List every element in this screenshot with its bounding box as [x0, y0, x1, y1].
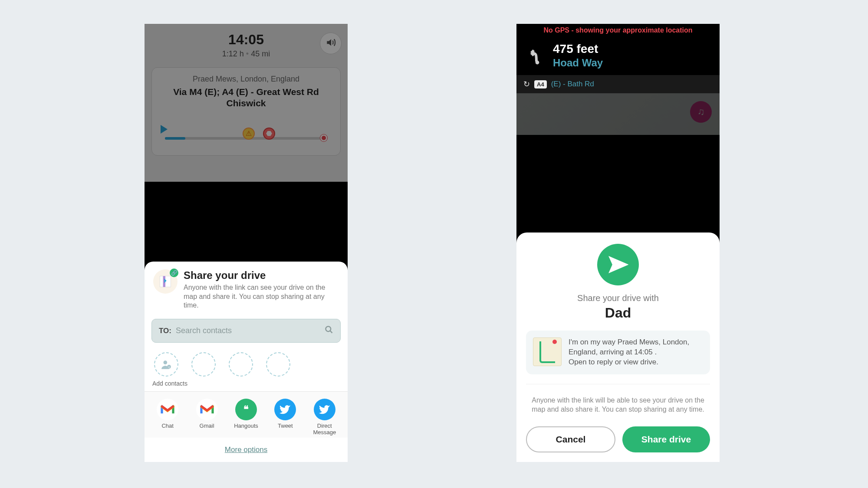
share-drive-icon: 🔗: [153, 269, 178, 294]
share-confirm-card: Share your drive with Dad I'm on my way …: [516, 233, 720, 462]
road-badge: A4: [534, 80, 547, 88]
nav-header: 14:05 1:12 h • 45 mi: [145, 24, 348, 59]
start-marker-icon: [161, 125, 168, 134]
next-turn-road: Hoad Way: [553, 57, 603, 69]
link-badge-icon: 🔗: [170, 269, 178, 277]
search-to-label: TO:: [159, 327, 171, 335]
share-app-chat[interactable]: Chat: [150, 399, 185, 436]
share-with-label: Share your drive with: [526, 293, 710, 303]
destination-address: Praed Mews, London, England: [161, 75, 332, 84]
contact-slots-row: +: [145, 348, 348, 379]
share-apps-row: Chat Gmail ❝ Hangouts Tweet: [145, 391, 348, 438]
svg-point-12: [536, 61, 539, 65]
share-app-label: Hangouts: [229, 423, 263, 429]
share-app-gmail[interactable]: Gmail: [190, 399, 224, 436]
turn-instruction-panel[interactable]: 475 feet Hoad Way: [516, 37, 720, 75]
search-input[interactable]: [176, 326, 320, 335]
route-progress-bar: ⚠ ⬣: [161, 125, 332, 142]
turn-left-icon: [524, 44, 545, 67]
share-drive-sheet: 🔗 Share your drive Anyone with the link …: [145, 262, 348, 462]
empty-contact-slot[interactable]: [229, 352, 253, 377]
send-icon: [597, 244, 639, 285]
empty-contact-slot[interactable]: [191, 352, 216, 377]
share-disclaimer: Anyone with the link will be able to see…: [530, 396, 706, 414]
share-drive-button[interactable]: Share drive: [622, 426, 710, 452]
nav-summary-panel: 14:05 1:12 h • 45 mi Praed Mews, London,…: [145, 24, 348, 182]
route-thumbnail-icon: [533, 337, 562, 366]
phone-screen-share-options: 14:05 1:12 h • 45 mi Praed Mews, London,…: [145, 24, 348, 462]
contact-search-field[interactable]: TO:: [151, 319, 341, 343]
message-preview-card[interactable]: I'm on my way Praed Mews, London, Englan…: [526, 331, 710, 374]
confirm-button-row: Cancel Share drive: [526, 426, 710, 452]
svg-line-4: [330, 331, 332, 333]
search-icon: [325, 325, 333, 336]
cancel-button[interactable]: Cancel: [526, 426, 615, 452]
share-app-dm[interactable]: Direct Message: [307, 399, 342, 436]
trip-stats: 1:12 h • 45 mi: [151, 49, 341, 59]
arrival-time: 14:05: [151, 32, 341, 48]
following-road-name: (E) - Bath Rd: [551, 80, 594, 88]
speaker-icon: [325, 37, 336, 50]
svg-point-5: [164, 360, 168, 364]
route-card[interactable]: Praed Mews, London, England Via M4 (E); …: [151, 67, 341, 156]
more-options-row: More options: [145, 438, 348, 459]
destination-pin-icon: [320, 134, 327, 141]
share-title: Share your drive: [184, 269, 339, 282]
share-app-label: Tweet: [268, 423, 302, 429]
separator-dot: •: [246, 49, 251, 58]
hangouts-app-icon: ❝: [235, 399, 257, 420]
share-description: Anyone with the link can see your drive …: [184, 283, 339, 310]
trip-duration: 1:12 h: [222, 49, 244, 58]
share-app-label: Direct Message: [307, 423, 342, 436]
hazard-incident-icon: ⬣: [263, 128, 275, 140]
next-turn-distance: 475 feet: [553, 42, 603, 56]
following-road-bar[interactable]: ↻ A4 (E) - Bath Rd: [516, 75, 720, 93]
share-app-hangouts[interactable]: ❝ Hangouts: [229, 399, 263, 436]
trip-distance: 45 mi: [251, 49, 270, 58]
twitter-dm-icon: [314, 399, 335, 420]
chat-app-icon: [157, 399, 178, 420]
sound-toggle-button[interactable]: [320, 33, 342, 54]
add-contact-button[interactable]: +: [154, 352, 178, 377]
svg-point-3: [326, 327, 331, 332]
message-preview-text: I'm on my way Praed Mews, London, Englan…: [569, 337, 703, 367]
share-app-label: Gmail: [190, 423, 224, 429]
gps-warning-banner: No GPS - showing your approximate locati…: [516, 24, 720, 37]
gmail-app-icon: [196, 399, 218, 420]
phone-screen-share-confirm: No GPS - showing your approximate locati…: [516, 24, 720, 462]
add-contacts-label: Add contacts: [145, 379, 348, 391]
share-header: 🔗 Share your drive Anyone with the link …: [145, 262, 348, 316]
refresh-icon: ↻: [523, 79, 530, 89]
empty-contact-slot[interactable]: [266, 352, 290, 377]
twitter-app-icon: [274, 399, 296, 420]
route-via: Via M4 (E); A4 (E) - Great West Rd Chisw…: [161, 86, 332, 109]
share-recipient-name: Dad: [526, 305, 710, 321]
share-app-label: Chat: [150, 423, 185, 429]
hazard-warning-icon: ⚠: [243, 128, 255, 140]
map-view[interactable]: ♫: [516, 93, 720, 135]
svg-text:+: +: [168, 365, 170, 369]
share-app-tweet[interactable]: Tweet: [268, 399, 302, 436]
more-options-link[interactable]: More options: [225, 445, 267, 454]
